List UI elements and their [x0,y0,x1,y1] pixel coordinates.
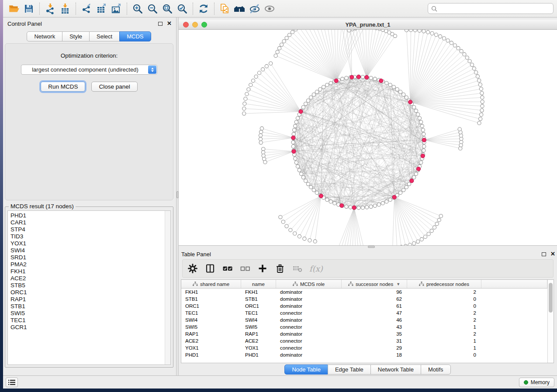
result-node-item[interactable]: ORC1 [10,289,163,296]
zoom-out-icon[interactable] [145,2,160,16]
float-panel-icon[interactable] [158,22,163,26]
splitter-grip[interactable] [368,246,375,248]
copy-network-icon[interactable] [218,2,232,16]
run-mcds-button[interactable]: Run MCDS [41,82,85,92]
result-node-item[interactable]: TEC1 [10,317,163,324]
show-columns-icon[interactable] [204,263,216,274]
tab-network[interactable]: Network [27,31,62,41]
table-row[interactable]: YOX1YOX1connector291 [181,344,547,351]
table-scrollbar[interactable] [547,280,554,363]
result-node-item[interactable]: YOX1 [10,240,163,247]
memory-button[interactable]: Memory [519,378,554,387]
column-header-shared-name[interactable]: shared name [181,280,241,288]
result-node-item[interactable]: PHD1 [10,212,163,219]
table-row[interactable]: RAP1RAP1dominator352 [181,330,547,337]
app-window: Control Panel ✕ NetworkStyleSelectMCDS O… [3,0,557,389]
column-header-predecessor-nodes[interactable]: predecessor nodes [407,280,481,288]
tab-edge-table[interactable]: Edge Table [328,364,371,375]
import-table-icon[interactable] [58,2,73,16]
close-panel-icon[interactable]: ✕ [167,21,172,26]
result-node-item[interactable]: STB5 [10,282,163,289]
table-cell: 2 [407,316,481,323]
network-window: YPA_prune.txt_1 [179,20,557,246]
table-cell: RAP1 [181,330,241,337]
table-row[interactable]: SWI5SWI5connector431 [181,323,547,330]
table-cell: 0 [407,303,481,309]
result-scrollbar-track[interactable] [165,211,170,364]
result-node-item[interactable]: FKH1 [10,268,163,275]
table-cell: 43 [342,323,407,330]
hide-selected-eye-icon[interactable] [247,2,262,16]
column-header-name[interactable]: name [241,280,276,288]
export-image-icon[interactable] [109,2,124,16]
node-table: shared namenameMCDS rolesuccessor nodes▼… [181,279,554,363]
table-cell: SWI5 [181,323,241,330]
result-node-item[interactable]: RAP1 [10,296,163,303]
table-panel-title: Table Panel [181,251,211,258]
create-column-plus-icon[interactable] [257,263,268,274]
table-row[interactable]: ORC1ORC1dominator610 [181,303,547,309]
result-node-item[interactable]: SWI5 [10,310,163,317]
table-row[interactable]: STB1STB1dominator620 [181,296,547,303]
table-row[interactable]: PHD1PHD1dominator180 [181,351,547,358]
result-node-item[interactable]: GCR1 [10,324,163,331]
table-settings-gear-icon[interactable] [187,263,198,274]
column-header-successor-nodes[interactable]: successor nodes▼ [342,280,407,288]
result-node-item[interactable]: STB1 [10,303,163,310]
float-panel-icon[interactable] [542,252,546,256]
result-node-item[interactable]: CAR1 [10,219,163,226]
tab-style[interactable]: Style [62,31,90,41]
result-node-item[interactable]: ACE2 [10,275,163,282]
table-row[interactable]: ACE2ACE2connector311 [181,337,547,344]
select-all-rows-icon[interactable] [222,263,233,274]
export-table-icon[interactable] [94,2,109,16]
toolbar-separator [127,3,127,15]
horizontal-splitter[interactable] [179,246,557,248]
refresh-icon[interactable] [196,2,211,16]
show-all-eye-icon[interactable] [262,2,277,16]
result-node-item[interactable]: SWI4 [10,247,163,254]
zoom-in-icon[interactable] [130,2,145,16]
table-row[interactable]: FKH1FKH1dominator962 [181,289,547,296]
toolbar-separator [214,3,214,15]
close-panel-button[interactable]: Close panel [91,82,137,92]
result-node-item[interactable]: STP4 [10,226,163,233]
result-node-item[interactable]: TID3 [10,233,163,240]
table-row[interactable]: TEC1TEC1connector472 [181,309,547,316]
search-input[interactable] [440,6,550,12]
delete-table-icon-disabled [292,263,303,274]
scrollbar-thumb[interactable] [549,283,553,313]
result-node-item[interactable]: SRD1 [10,254,163,261]
network-graph[interactable] [179,30,556,245]
network-canvas[interactable] [179,30,557,245]
table-cell: ACE2 [241,337,276,344]
import-network-icon[interactable] [43,2,58,16]
table-header-row: shared namenameMCDS rolesuccessor nodes▼… [181,280,547,289]
tab-motifs[interactable]: Motifs [421,364,451,375]
table-cell: FKH1 [241,289,276,296]
zoom-fit-icon[interactable] [160,2,175,16]
deselect-all-rows-icon[interactable] [239,263,251,274]
export-network-icon[interactable] [79,2,94,16]
zoom-selected-icon[interactable] [175,2,190,16]
network-title-bar[interactable]: YPA_prune.txt_1 [179,20,557,30]
close-panel-icon[interactable]: ✕ [550,252,555,256]
criterion-dropdown[interactable]: largest connected component (undirected) [21,65,157,75]
tab-node-table[interactable]: Node Table [284,364,328,375]
tab-mcds[interactable]: MCDS [119,31,151,41]
table-cell: dominator [276,351,342,358]
first-neighbors-icon[interactable] [232,2,247,16]
result-node-item[interactable]: PMA2 [10,261,163,268]
table-cell: 46 [342,316,407,323]
mcds-result-list[interactable]: PHD1CAR1STP4TID3YOX1SWI4SRD1PMA2FKH1ACE2… [7,210,171,365]
tab-network-table[interactable]: Network Table [370,364,421,375]
delete-columns-trash-icon[interactable] [274,263,286,274]
open-file-icon[interactable] [7,2,21,16]
save-session-icon[interactable] [21,2,36,16]
column-header-MCDS-role[interactable]: MCDS role [276,280,342,288]
task-history-button[interactable] [6,378,18,387]
tab-select[interactable]: Select [89,31,120,41]
search-box[interactable] [428,3,554,14]
table-cell: RAP1 [241,330,276,337]
table-row[interactable]: SWI4SWI4dominator462 [181,316,547,323]
